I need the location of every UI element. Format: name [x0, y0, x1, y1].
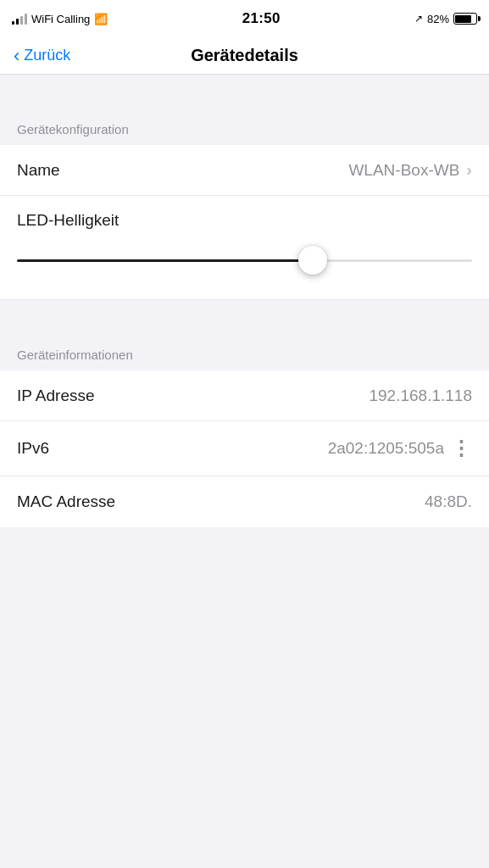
ipv6-value-container: 2a02:1205:505a ⋮	[328, 437, 472, 460]
mac-value: 48:8D.	[425, 492, 472, 511]
ip-value-container: 192.168.1.118	[369, 387, 472, 405]
battery-icon	[453, 13, 477, 25]
info-section-header: Geräteinformationen	[0, 331, 489, 370]
carrier-label: WiFi Calling	[31, 13, 90, 25]
back-label: Zurück	[24, 47, 70, 64]
name-label: Name	[17, 161, 60, 180]
ipv6-more-icon: ⋮	[451, 437, 472, 460]
location-icon: ↗	[414, 13, 423, 25]
led-slider-container[interactable]	[17, 245, 472, 275]
ip-label: IP Adresse	[17, 387, 95, 405]
back-chevron-icon: ‹	[14, 47, 19, 65]
wifi-icon: 📶	[94, 13, 108, 25]
mac-row: MAC Adresse 48:8D.	[0, 476, 489, 527]
page-title: Gerätedetails	[81, 46, 408, 65]
section-gap-middle	[0, 300, 489, 331]
slider-track	[17, 259, 472, 262]
status-right: ↗ 82%	[414, 13, 477, 25]
ip-row: IP Adresse 192.168.1.118	[0, 370, 489, 421]
back-button[interactable]: ‹ Zurück	[14, 47, 81, 65]
led-label: LED-Helligkeit	[17, 211, 472, 230]
status-left: WiFi Calling 📶	[12, 13, 108, 25]
battery-percent: 82%	[427, 13, 449, 25]
mac-value-container: 48:8D.	[425, 492, 472, 511]
slider-fill	[17, 259, 313, 262]
name-row[interactable]: Name WLAN-Box-WB ›	[0, 145, 489, 196]
time-label: 21:50	[242, 10, 281, 27]
ipv6-row: IPv6 2a02:1205:505a ⋮	[0, 421, 489, 476]
config-section: Name WLAN-Box-WB › LED-Helligkeit	[0, 145, 489, 300]
slider-thumb[interactable]	[298, 246, 327, 275]
name-value: WLAN-Box-WB	[348, 161, 459, 180]
ipv6-value: 2a02:1205:505a	[328, 439, 444, 458]
signal-icon	[12, 13, 27, 25]
section-gap-top	[0, 75, 489, 105]
name-chevron-icon: ›	[466, 160, 472, 180]
mac-label: MAC Adresse	[17, 492, 115, 511]
name-value-container: WLAN-Box-WB ›	[348, 160, 472, 180]
config-section-header: Gerätekonfiguration	[0, 105, 489, 145]
info-section: IP Adresse 192.168.1.118 IPv6 2a02:1205:…	[0, 370, 489, 527]
status-bar: WiFi Calling 📶 21:50 ↗ 82%	[0, 0, 489, 37]
ip-value: 192.168.1.118	[369, 387, 472, 405]
led-row: LED-Helligkeit	[0, 196, 489, 300]
ipv6-label: IPv6	[17, 439, 49, 458]
nav-bar: ‹ Zurück Gerätedetails	[0, 37, 489, 75]
